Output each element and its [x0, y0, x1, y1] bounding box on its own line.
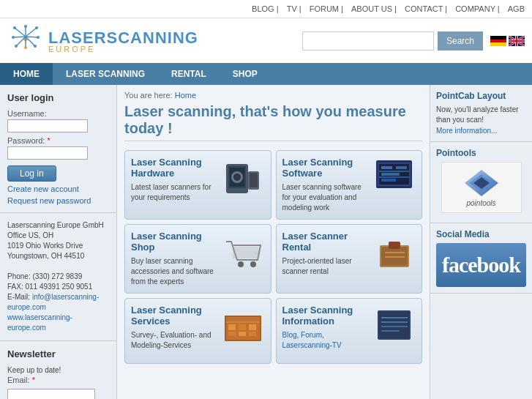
svg-line-7 [16, 37, 26, 46]
newsletter-title: Newsletter [7, 348, 109, 359]
nav-home[interactable]: HOME [0, 63, 53, 85]
grid-box-services[interactable]: Laser Scanning Services Survey-, Evaluat… [124, 298, 271, 364]
pointcab-section: PointCab Layout Now, you'll analyze fast… [430, 85, 532, 142]
pointools-diamond-icon [463, 168, 500, 198]
svg-point-10 [24, 25, 27, 28]
pointools-section: Pointools pointools [430, 142, 532, 223]
facebook-text: facebook [442, 253, 520, 277]
topnav-blog[interactable]: BLOG [252, 4, 274, 13]
grid-container: Laser Scanning Hardware Latest laser sca… [124, 150, 422, 364]
company-phone: Phone: (330) 272 9839 [7, 272, 109, 282]
logo-scanning: SCANNING [107, 29, 198, 47]
grid-box-rental-title: Laser Scanner Rental [282, 231, 368, 253]
header: LASERSCANNING EUROPE Search [0, 18, 532, 63]
svg-point-15 [15, 45, 18, 48]
facebook-box[interactable]: facebook [436, 243, 526, 287]
info-forum-link[interactable]: Forum [301, 331, 322, 339]
topnav-tv[interactable]: TV [287, 4, 297, 13]
login-button[interactable]: Log in [7, 165, 56, 182]
pointcab-title: PointCab Layout [436, 91, 526, 101]
social-section: Social Media facebook [430, 223, 532, 294]
topnav-aboutus[interactable]: ABOUT US [351, 4, 392, 13]
password-input[interactable] [7, 146, 88, 160]
company-address3: Youngstown, OH 44510 [7, 251, 109, 261]
company-info: Laserscanning Europe GmbH Office US, OH … [7, 220, 109, 333]
newsletter-email-input[interactable] [7, 389, 95, 399]
svg-rect-56 [228, 324, 236, 330]
svg-rect-44 [381, 179, 396, 182]
info-tv-link[interactable]: Laserscanning-TV [282, 341, 342, 349]
logo[interactable]: LASERSCANNING EUROPE [7, 24, 198, 57]
company-name: Laserscanning Europe GmbH [7, 220, 109, 231]
grid-box-shop-title: Laser Scanning Shop [131, 231, 217, 253]
flag-uk-icon[interactable] [509, 36, 525, 46]
svg-point-9 [13, 26, 16, 29]
main-nav: HOME LASER SCANNING RENTAL SHOP [0, 63, 532, 85]
svg-point-46 [250, 261, 256, 267]
grid-box-shop[interactable]: Laser Scanning Shop Buy laser scanning a… [124, 224, 271, 294]
flag-de-icon[interactable] [490, 36, 506, 46]
nav-shop[interactable]: SHOP [220, 63, 271, 85]
software-icon [374, 157, 414, 201]
company-website-link[interactable]: www.laserscanning-europe.com [7, 313, 72, 332]
svg-point-14 [24, 46, 27, 49]
topnav-contact[interactable]: CONTACT [405, 4, 443, 13]
page-heading: Laser scanning, that's how you measure t… [124, 103, 422, 141]
breadcrumb: You are here: Home [124, 91, 422, 100]
search-button[interactable]: Search [438, 31, 483, 51]
newsletter-email-label: Email: * [7, 376, 109, 384]
grid-box-services-title: Laser Scanning Services [131, 305, 217, 327]
grid-box-rental[interactable]: Laser Scanner Rental Project-oriented la… [276, 224, 423, 294]
pointools-logo[interactable]: pointools [441, 162, 522, 213]
breadcrumb-home[interactable]: Home [175, 91, 196, 100]
services-image [221, 305, 265, 348]
create-account-link[interactable]: Create new account [7, 184, 109, 193]
username-label: Username: [7, 109, 109, 118]
logo-text: LASERSCANNING EUROPE [48, 29, 198, 53]
grid-box-rental-desc: Project-oriented laser scanner rental [282, 256, 368, 277]
username-input[interactable] [7, 119, 88, 133]
svg-rect-42 [396, 166, 407, 169]
svg-line-4 [26, 37, 38, 37]
right-sidebar: PointCab Layout Now, you'll analyze fast… [430, 85, 532, 399]
nav-rental[interactable]: RENTAL [158, 63, 220, 85]
request-password-link[interactable]: Request new password [7, 196, 109, 205]
svg-point-11 [35, 26, 38, 29]
grid-box-info-title: Laser Scanning Information [282, 305, 368, 327]
svg-rect-47 [233, 247, 258, 258]
svg-rect-63 [379, 312, 409, 338]
info-blog-link[interactable]: Blog [282, 331, 297, 339]
company-address1: Office US, OH [7, 231, 109, 241]
info-icon [374, 305, 414, 348]
social-title: Social Media [436, 229, 526, 239]
shop-cart-icon [222, 231, 263, 275]
svg-line-1 [15, 28, 26, 37]
pointcab-link[interactable]: More information... [436, 127, 497, 135]
logo-icon [7, 24, 44, 57]
search-input[interactable] [302, 31, 434, 51]
grid-box-information[interactable]: Laser Scanning Information Blog, Forum, … [276, 298, 423, 364]
info-image [372, 305, 416, 348]
grid-box-hardware[interactable]: Laser Scanning Hardware Latest laser sca… [124, 150, 271, 220]
grid-box-software[interactable]: Laser Scanning Software Laser scanning s… [276, 150, 423, 220]
pointcab-desc: Now, you'll analyze faster than you scan… [436, 105, 526, 125]
svg-rect-57 [239, 324, 246, 330]
svg-rect-35 [250, 173, 258, 187]
software-image [372, 157, 416, 201]
svg-rect-50 [389, 242, 400, 249]
topnav-company[interactable]: COMPANY [455, 4, 495, 13]
hardware-image [221, 157, 265, 201]
flag-icons [490, 36, 525, 46]
topnav-agb[interactable]: AGB [508, 4, 525, 13]
search-area: Search [302, 31, 525, 51]
grid-box-shop-desc: Buy laser scanning accessories and softw… [131, 256, 217, 287]
svg-rect-43 [381, 173, 400, 176]
svg-point-12 [37, 36, 40, 39]
svg-line-8 [13, 37, 26, 37]
password-label: Password: * [7, 136, 109, 145]
company-email: E-Mail: info@laserscanning-europe.com [7, 292, 109, 313]
topnav-forum[interactable]: FORUM [310, 4, 339, 13]
svg-point-16 [12, 36, 15, 39]
nav-laser-scanning[interactable]: LASER SCANNING [53, 63, 158, 85]
company-address2: 1019 Ohio Works Drive [7, 241, 109, 251]
